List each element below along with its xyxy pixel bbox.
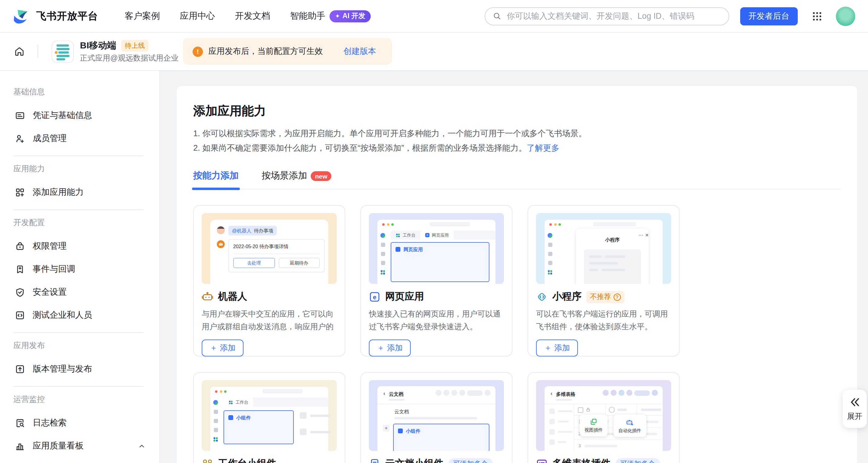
learn-more-link[interactable]: 了解更多 (527, 143, 559, 153)
view-plugin-icon (590, 418, 597, 426)
sidebar-item-permissions[interactable]: 权限管理 (0, 235, 159, 258)
sidebar-item-security[interactable]: 安全设置 (0, 281, 159, 304)
multi-add-badge: 可添加多个 (615, 458, 660, 463)
ai-dev-badge-label: AI 开发 (343, 11, 365, 21)
sidebar-item-members[interactable]: 成员管理 (0, 127, 159, 150)
add-bot-button[interactable]: ＋添加 (202, 339, 244, 357)
base-plugin-illustration: ‹ 多维表格 (536, 380, 671, 451)
code-icon (15, 310, 25, 320)
mini-program-window: 小程序 ⋯ ✕ (576, 229, 649, 284)
nav-dev-docs[interactable]: 开发文档 (235, 10, 270, 22)
nav-app-center[interactable]: 应用中心 (180, 10, 215, 22)
feishu-logo[interactable]: 飞书开放平台 (13, 7, 98, 25)
sidebar-item-add-capability[interactable]: 添加应用能力 (0, 181, 159, 204)
create-version-link[interactable]: 创建版本 (343, 46, 376, 57)
expand-label: 展开 (847, 411, 862, 422)
sidebar-item-label: 权限管理 (33, 241, 146, 252)
tab-by-scenario-label: 按场景添加 (262, 170, 307, 181)
base-table-icon (536, 458, 548, 463)
main-panel: 添加应用能力 1. 你可以根据实际需求，为应用开启能力。单个应用可开启多种能力，… (177, 86, 857, 463)
sidebar-item-label: 添加应用能力 (33, 187, 146, 198)
bookmark-add-icon (15, 264, 25, 274)
sidebar-item-quality-dashboard[interactable]: 应用质量看板 (0, 435, 159, 458)
nav-ai-assistant-label: 智能助手 (290, 10, 325, 22)
description-line-1: 1. 你可以根据实际需求，为应用开启能力。单个应用可开启多种能力，一个能力可用于… (193, 127, 841, 141)
not-recommended-badge: 不推荐? (586, 291, 624, 303)
user-avatar[interactable] (836, 6, 855, 26)
global-search[interactable] (484, 7, 729, 25)
base-back-title: 多维表格 (556, 391, 576, 398)
nav-customer-cases[interactable]: 客户案例 (125, 10, 160, 22)
sidebar-item-label: 事件与回调 (33, 264, 146, 275)
divider (13, 386, 144, 387)
capability-cards: @机器人 待办事项 2022-05-20 待办事项详情 去处理 (193, 205, 841, 463)
view-plugin-chip: 视图插件 (580, 415, 608, 436)
chevron-up-icon[interactable] (137, 442, 146, 450)
bot-illustration: @机器人 待办事项 2022-05-20 待办事项详情 去处理 (202, 213, 337, 284)
home-button[interactable] (14, 46, 25, 57)
feishu-logo-icon (13, 7, 31, 25)
view-plugin-label: 视图插件 (585, 427, 603, 433)
sidebar-item-credentials[interactable]: 凭证与基础信息 (0, 104, 159, 127)
tab-by-capability[interactable]: 按能力添加 (193, 170, 239, 181)
user-add-icon (15, 134, 25, 143)
robot-icon (202, 291, 213, 303)
card-name: 网页应用 (385, 291, 424, 303)
sidebar-item-label: 凭证与基础信息 (33, 110, 146, 121)
page-title: 添加应用能力 (193, 103, 841, 119)
grid-add-icon (15, 188, 25, 197)
app-logo (52, 40, 74, 63)
nav-ai-assistant[interactable]: 智能助手 ✦AI 开发 (290, 10, 371, 22)
sidebar-item-version-release[interactable]: 版本管理与发布 (0, 358, 159, 381)
todo-primary-button: 去处理 (233, 258, 275, 268)
automation-plugin-icon (626, 418, 634, 426)
card-description: 与用户在聊天中交互的应用，它可以向用户或群组自动发送消息，响应用户的消… (202, 307, 337, 333)
row-number: 3 (579, 443, 581, 448)
new-badge: new (311, 171, 332, 181)
sidebar-item-events-callbacks[interactable]: 事件与回调 (0, 258, 159, 281)
expand-panel-button[interactable]: 展开 (842, 390, 867, 428)
sidebar-item-label: 安全设置 (33, 287, 146, 298)
search-input[interactable] (505, 11, 721, 21)
app-name: BI移动端 (80, 40, 116, 51)
divider (13, 209, 144, 210)
card-name: 工作台小组件 (218, 458, 276, 463)
double-chevron-left-icon (849, 396, 861, 408)
sidebar-item-test-company[interactable]: 测试企业和人员 (0, 304, 159, 327)
ai-dev-badge[interactable]: ✦AI 开发 (330, 10, 371, 22)
card-name: 多维表格插件 (552, 458, 611, 463)
doc-back-title: 云文档 (389, 391, 403, 398)
card-base-plugin: ‹ 多维表格 (528, 372, 680, 463)
app-launcher-icon[interactable] (812, 10, 823, 22)
publish-notice-banner: ! 应用发布后，当前配置方可生效 创建版本 (183, 38, 392, 65)
sidebar-item-log-search[interactable]: 日志检索 (0, 411, 159, 435)
todo-message-card: 2022-05-20 待办事项详情 去处理 延期待办 (228, 239, 325, 272)
top-nav: 飞书开放平台 客户案例 应用中心 开发文档 智能助手 ✦AI 开发 开发者后台 (0, 0, 868, 33)
divider (13, 156, 144, 156)
card-name: 云文档小组件 (385, 458, 443, 463)
notice-text: 应用发布后，当前配置方可生效 (208, 46, 323, 57)
add-web-app-button[interactable]: ＋添加 (369, 339, 411, 357)
developer-console-button[interactable]: 开发者后台 (740, 7, 798, 25)
add-mini-program-button[interactable]: ＋添加 (536, 339, 578, 357)
divider (37, 45, 38, 58)
close-icon: ✕ (645, 233, 649, 237)
bar-chart-icon (15, 441, 25, 451)
app-meta: BI移动端 待上线 正式应用@观远数据试用企业 (80, 40, 178, 63)
card-name: 小程序 (552, 291, 582, 303)
tab-by-scenario[interactable]: 按场景添加 new (262, 170, 332, 181)
docs-widget-illustration: ‹ 云文档 云文档 + 小组件 (369, 380, 504, 451)
multi-add-badge: 可添加多个 (448, 458, 493, 463)
sidebar-section-monitoring: 运营监控 (0, 394, 159, 405)
doc-search-icon (15, 418, 25, 428)
sidebar-item-label: 版本管理与发布 (33, 364, 146, 375)
mini-panel-label: 小组件 (236, 415, 251, 421)
card-mini-program: 小程序 ⋯ ✕ (528, 205, 680, 357)
more-icon: ⋯ (639, 232, 643, 238)
back-icon: ‹ (383, 390, 385, 396)
mini-program-illustration: 小程序 ⋯ ✕ (536, 213, 671, 284)
lock-icon (586, 407, 591, 412)
description-line-2-text: 2. 如果尚不确定需要添加什么能力，可切换至“按场景添加”，根据所需的业务场景选… (193, 143, 527, 153)
mention-suffix: 待办事项 (254, 227, 273, 234)
help-icon[interactable]: ? (613, 293, 621, 300)
